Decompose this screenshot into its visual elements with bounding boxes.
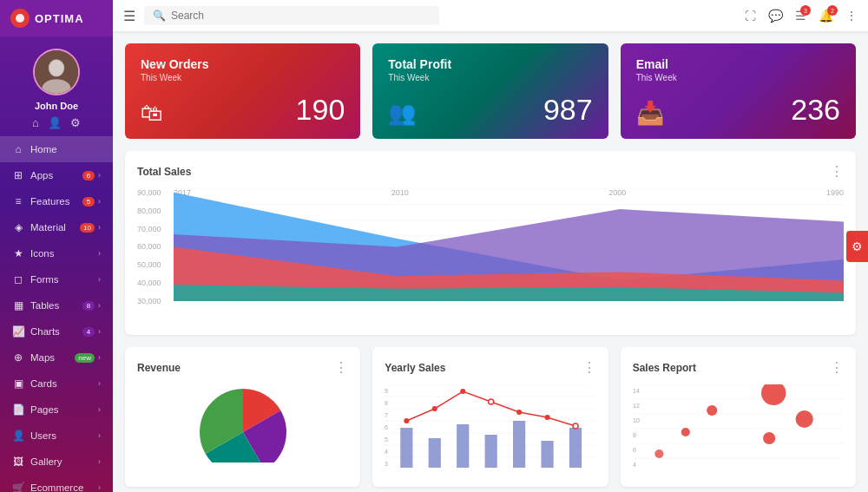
sidebar-item-charts[interactable]: 📈 Charts 4 › xyxy=(0,318,113,344)
total-sales-title: Total Sales xyxy=(137,166,191,178)
yearly-sales-svg: 9 8 7 6 5 4 3 xyxy=(385,384,595,471)
nav-icon: ⌂ xyxy=(12,143,24,155)
y-axis-labels: 90,000 80,000 70,000 60,000 50,000 40,00… xyxy=(137,188,174,305)
svg-point-40 xyxy=(489,399,494,404)
svg-text:8: 8 xyxy=(385,400,388,406)
nav-label: Home xyxy=(30,144,57,154)
sidebar-item-apps[interactable]: ⊞ Apps 6 › xyxy=(0,162,113,188)
logo-text: OPTIMA xyxy=(35,12,84,25)
chevron-icon: › xyxy=(98,301,101,310)
more-icon[interactable]: ⋮ xyxy=(845,9,858,23)
svg-rect-31 xyxy=(429,438,441,468)
nav-label: Material xyxy=(30,222,66,233)
orders-value: 190 xyxy=(296,93,345,127)
nav-label: Ecommerce xyxy=(30,482,83,492)
header: ☰ 🔍 ⛶ 💬 ☰ 3 🔔 2 ⋮ xyxy=(113,0,868,31)
revenue-title: Revenue xyxy=(137,362,181,374)
svg-text:14: 14 xyxy=(633,388,640,394)
hamburger-icon[interactable]: ☰ xyxy=(123,8,135,24)
nav-icon: ◻ xyxy=(12,273,24,285)
chevron-icon: › xyxy=(98,405,101,414)
home-icon[interactable]: ⌂ xyxy=(32,116,39,129)
total-sales-menu[interactable]: ⋮ xyxy=(830,163,844,180)
chevron-icon: › xyxy=(98,353,101,362)
sidebar-item-forms[interactable]: ◻ Forms › xyxy=(0,266,113,292)
fullscreen-icon[interactable]: ⛶ xyxy=(745,10,756,23)
profit-icon: 👥 xyxy=(388,100,416,127)
message-icon[interactable]: 💬 xyxy=(768,9,783,23)
bell-icon[interactable]: 🔔 2 xyxy=(819,9,833,23)
svg-rect-33 xyxy=(485,435,497,468)
nav-label: Users xyxy=(30,430,56,441)
chevron-icon: › xyxy=(98,379,101,388)
nav-icon: 👤 xyxy=(12,430,24,442)
svg-point-57 xyxy=(707,405,717,416)
sidebar-item-users[interactable]: 👤 Users › xyxy=(0,423,113,449)
nav-icon: 📄 xyxy=(12,403,24,416)
svg-rect-36 xyxy=(569,428,582,468)
stat-cards-row: New Orders This Week 🛍 190 Total Profit … xyxy=(125,43,856,139)
right-settings-tab[interactable]: ⚙ xyxy=(846,231,868,262)
revenue-menu[interactable]: ⋮ xyxy=(334,359,348,376)
sidebar-item-maps[interactable]: ⊕ Maps new › xyxy=(0,344,113,371)
chevron-icon: › xyxy=(98,223,101,232)
sidebar: OPTIMA John Doe ⌂ 👤 ⚙ ⌂ Home xyxy=(0,0,113,492)
nav-label: Cards xyxy=(30,378,57,389)
svg-point-39 xyxy=(461,389,466,394)
search-box: 🔍 xyxy=(144,6,439,25)
email-title: Email xyxy=(636,57,840,71)
sales-report-card: Sales Report ⋮ 14 12 10 8 6 4 xyxy=(621,347,856,487)
nav-label: Forms xyxy=(30,274,59,285)
settings-icon[interactable]: ⚙ xyxy=(70,116,81,129)
sales-report-menu[interactable]: ⋮ xyxy=(830,359,844,376)
svg-point-0 xyxy=(16,14,24,23)
content-area: New Orders This Week 🛍 190 Total Profit … xyxy=(113,31,868,492)
sidebar-item-pages[interactable]: 📄 Pages › xyxy=(0,397,113,423)
sales-report-header: Sales Report ⋮ xyxy=(633,359,844,376)
stat-card-orders: New Orders This Week 🛍 190 xyxy=(125,43,360,139)
sidebar-item-cards[interactable]: ▣ Cards › xyxy=(0,371,113,397)
sidebar-item-ecommerce[interactable]: 🛒 Ecommerce › xyxy=(0,475,113,492)
sales-report-title: Sales Report xyxy=(633,362,696,374)
yearly-sales-menu[interactable]: ⋮ xyxy=(582,359,596,376)
sidebar-item-features[interactable]: ≡ Features 5 › xyxy=(0,188,113,214)
search-input[interactable] xyxy=(171,10,431,22)
svg-text:5: 5 xyxy=(385,436,388,443)
total-sales-chart-wrap: 90,000 80,000 70,000 60,000 50,000 40,00… xyxy=(137,188,844,323)
chevron-icon: › xyxy=(98,197,101,206)
main-area: ☰ 🔍 ⛶ 💬 ☰ 3 🔔 2 ⋮ New Orders xyxy=(113,0,868,492)
list-badge: 3 xyxy=(800,5,811,16)
nav-badge: 8 xyxy=(82,301,95,311)
nav-item-left: ★ Icons xyxy=(12,247,55,259)
nav-icon: ⊕ xyxy=(12,351,24,364)
chevron-icon: › xyxy=(98,483,101,492)
total-sales-chart: Total Sales ⋮ 90,000 80,000 70,000 60,00… xyxy=(125,151,856,335)
nav-icon: ◈ xyxy=(12,221,24,233)
email-value: 236 xyxy=(791,93,840,127)
sidebar-item-tables[interactable]: ▦ Tables 8 › xyxy=(0,292,113,318)
stat-card-profit: Total Profit This Week 👥 987 xyxy=(372,43,608,139)
list-icon[interactable]: ☰ 3 xyxy=(795,9,806,23)
svg-rect-32 xyxy=(457,424,469,468)
sidebar-item-icons[interactable]: ★ Icons › xyxy=(0,240,113,266)
sidebar-item-material[interactable]: ◈ Material 10 › xyxy=(0,214,113,240)
nav-label: Icons xyxy=(30,248,55,259)
nav-label: Features xyxy=(30,196,69,207)
logo-icon xyxy=(10,9,30,28)
chevron-icon: › xyxy=(98,327,101,336)
nav-label: Pages xyxy=(30,404,59,415)
nav-badge: 5 xyxy=(82,197,95,207)
stat-card-email: Email This Week 📥 236 xyxy=(621,43,856,139)
nav-badge: 4 xyxy=(82,327,95,337)
email-icon: 📥 xyxy=(636,100,664,127)
sidebar-item-gallery[interactable]: 🖼 Gallery › xyxy=(0,449,113,475)
svg-point-38 xyxy=(432,406,437,411)
svg-text:9: 9 xyxy=(385,388,388,394)
person-icon[interactable]: 👤 xyxy=(48,116,62,129)
nav-icon: ▣ xyxy=(12,377,24,390)
nav-badge: 6 xyxy=(82,171,95,180)
nav-badge: 10 xyxy=(80,223,95,233)
profit-title: Total Profit xyxy=(388,57,592,71)
sidebar-item-home[interactable]: ⌂ Home xyxy=(0,136,113,162)
nav-item-left: ⊞ Apps xyxy=(12,169,53,181)
